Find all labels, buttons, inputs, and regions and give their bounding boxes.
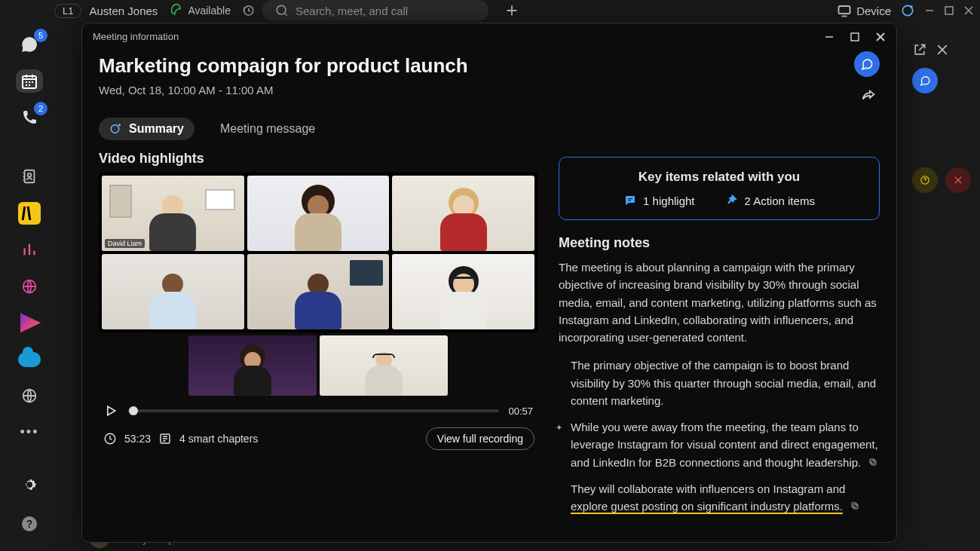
rail-cloud[interactable] (16, 348, 43, 371)
rail-phone[interactable]: 2 (16, 106, 43, 129)
search-icon (274, 3, 289, 18)
svg-point-1 (277, 5, 286, 14)
add-tab-button[interactable] (504, 2, 520, 19)
panel-window-title: Meeting information (93, 31, 179, 42)
rail-analytics[interactable] (16, 238, 43, 261)
side-close-icon[interactable] (935, 42, 950, 57)
video-tile[interactable] (392, 254, 534, 329)
chapters-count: 4 smart chapters (179, 433, 258, 445)
video-tile[interactable]: David Liam (102, 176, 244, 251)
meeting-note-item: The primary objective of the campaign is… (559, 357, 880, 409)
rail-calendar[interactable] (16, 69, 43, 92)
contacts-icon (21, 168, 38, 185)
svg-rect-19 (871, 461, 876, 465)
tabs: Summary Meeting message (82, 99, 896, 146)
line-tag: L1 (63, 5, 73, 17)
progress-handle[interactable] (129, 406, 138, 415)
video-tile[interactable] (247, 254, 390, 329)
side-panel-controls (912, 42, 971, 193)
video-tile[interactable] (392, 176, 534, 251)
warning-side-button[interactable] (912, 167, 938, 193)
rail-contacts[interactable] (16, 165, 43, 188)
video-tile[interactable] (320, 335, 448, 396)
chapters-icon (158, 432, 172, 445)
chat-badge: 5 (34, 29, 47, 42)
copy-note-button[interactable] (850, 501, 859, 510)
search-input[interactable]: Search, meet, and call (262, 0, 488, 21)
play-button[interactable] (103, 403, 118, 418)
progress-bar[interactable] (127, 409, 499, 412)
open-chat-button[interactable] (854, 51, 880, 77)
close-icon (953, 175, 963, 185)
line-pill[interactable]: L1 (54, 4, 81, 18)
ai-sparkle-icon (109, 122, 123, 136)
share-button[interactable] (860, 87, 877, 104)
rail-web-2[interactable] (16, 384, 43, 407)
svg-rect-5 (945, 7, 953, 14)
svg-rect-14 (851, 33, 859, 41)
window-maximize-button[interactable] (944, 5, 954, 16)
presence-status[interactable]: Available (170, 3, 231, 18)
chat-icon (860, 57, 874, 71)
clock-icon (103, 432, 117, 445)
rail-help[interactable]: ? (16, 510, 43, 537)
panel-minimize-button[interactable] (824, 32, 835, 42)
copy-icon (868, 458, 877, 467)
copy-note-button[interactable] (868, 458, 877, 467)
svg-rect-2 (839, 6, 850, 14)
video-tile[interactable] (188, 335, 317, 396)
video-tile[interactable] (102, 254, 244, 329)
popout-icon[interactable] (912, 42, 927, 57)
tab-meeting-message[interactable]: Meeting message (210, 118, 326, 140)
meeting-title: Marketing compaign for product launch (99, 54, 880, 78)
media-icon (18, 313, 41, 332)
key-items-card[interactable]: Key items related with you 1 highlight 2… (559, 157, 880, 220)
svg-point-15 (111, 125, 119, 133)
svg-point-4 (910, 5, 912, 8)
meeting-note-item: They will collaborate with influencers o… (559, 480, 880, 516)
current-time: 00:57 (508, 406, 533, 417)
rail-more[interactable]: ••• (16, 421, 43, 444)
meeting-notes-heading: Meeting notes (559, 235, 880, 251)
header-user-name[interactable]: Austen Jones (89, 5, 158, 17)
svg-text:?: ? (26, 518, 33, 530)
view-full-recording-button[interactable]: View full recording (426, 427, 534, 450)
window-close-button[interactable] (963, 5, 974, 16)
rail-app-whiteboard[interactable] (16, 202, 43, 225)
question-icon (920, 175, 930, 185)
calendar-icon (20, 72, 38, 90)
meeting-notes-paragraph: The meeting is about planning a campaign… (559, 259, 880, 346)
video-player-bar: 00:57 (99, 396, 537, 423)
decline-side-button[interactable] (945, 167, 971, 193)
key-items-title: Key items related with you (574, 170, 864, 185)
help-icon: ? (20, 515, 38, 533)
rail-chat[interactable]: 5 (16, 33, 43, 56)
whiteboard-icon (18, 202, 41, 225)
globe-icon (21, 387, 38, 404)
video-tile[interactable] (247, 176, 390, 251)
rail-settings[interactable] (16, 471, 43, 498)
panel-close-button[interactable] (875, 32, 886, 42)
video-highlights-heading: Video highlights (99, 151, 537, 167)
cloud-icon (18, 352, 41, 367)
rail-web-1[interactable] (16, 275, 43, 298)
ai-ring-icon[interactable] (900, 3, 915, 18)
panel-maximize-button[interactable] (850, 32, 860, 42)
meeting-datetime: Wed, Oct 18, 10:00 AM - 11:00 AM (99, 84, 880, 96)
participant-name-tag: David Liam (105, 239, 145, 248)
video-duration: 53:23 (124, 433, 151, 445)
key-actions: 2 Action items (725, 194, 815, 207)
svg-point-16 (118, 124, 121, 126)
device-button[interactable]: Device (837, 3, 891, 18)
highlight-icon (623, 194, 637, 207)
chat-side-button[interactable] (912, 68, 938, 93)
video-grid: David Liam (99, 173, 537, 332)
rail-media[interactable] (16, 311, 43, 334)
copy-icon (850, 501, 859, 510)
tab-summary[interactable]: Summary (99, 118, 194, 140)
share-arrow-icon (860, 87, 877, 104)
video-highlights: Video highlights David Liam (99, 151, 537, 524)
window-minimize-button[interactable] (924, 5, 935, 16)
globe-icon (21, 278, 38, 295)
history-icon[interactable] (241, 4, 255, 17)
